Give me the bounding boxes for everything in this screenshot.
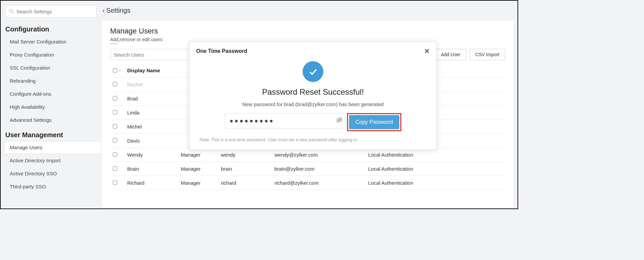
cell-display: Richard [125,176,178,190]
sidebar-item-rebranding[interactable]: Rebranding [1,74,101,87]
password-masked: ●●●●●●●●● [230,117,274,124]
cell-email: brain@zylker.com [272,162,366,176]
row-checkbox[interactable] [113,166,117,171]
success-check-icon [303,61,323,82]
page-title: Manage Users [110,27,505,35]
table-row[interactable]: RichardManagerrichardrichard@zylker.comL… [110,176,505,190]
select-all-checkbox[interactable] [113,68,117,73]
chevron-down-icon[interactable] [118,69,122,73]
sidebar-item-ssl[interactable]: SSL Configuration [1,61,101,74]
sidebar: Configuration Mail Server Configuration … [1,1,101,208]
cell-username: richard [218,176,272,190]
cell-display: Brad [125,92,178,106]
breadcrumb[interactable]: ‹ Settings [101,1,514,20]
table-row[interactable]: BrainManagerbrainbrain@zylker.comLocal A… [110,162,505,176]
col-display-name[interactable]: Display Name [125,64,178,78]
cell-display: Brain [125,162,178,176]
sidebar-item-third-party-sso[interactable]: Third-party SSO [1,180,101,193]
sidebar-item-advanced[interactable]: Advanced Settings [1,113,101,126]
password-field: ●●●●●●●●● [225,113,346,128]
breadcrumb-label: Settings [106,7,130,14]
cell-username: brain [218,162,272,176]
modal-title: One Time Password [196,48,247,54]
cell-display: Michel [125,120,178,134]
close-icon[interactable]: ✕ [424,47,430,55]
modal-message: New password for brad (brad@zylker.com) … [199,101,426,107]
cell-email: richard@zylker.com [272,176,366,190]
modal-heading: Password Reset Successful! [199,87,426,97]
sidebar-item-ad-sso[interactable]: Active Directory SSO [1,167,101,180]
sidebar-item-proxy[interactable]: Proxy Configuration [1,48,101,61]
sidebar-item-mail-server[interactable]: Mail Server Configuration [1,35,101,48]
chevron-left-icon: ‹ [102,7,105,14]
svg-line-1 [12,12,13,13]
sidebar-section-configuration: Configuration [1,21,101,35]
cell-role: Manager [178,176,218,190]
sidebar-item-manage-users[interactable]: Manage Users [4,141,101,154]
row-checkbox[interactable] [113,152,117,157]
settings-search-box[interactable] [5,5,96,17]
copy-password-button[interactable]: Copy Password [349,115,399,129]
settings-search-input[interactable] [16,9,93,14]
sidebar-item-ad-import[interactable]: Active Directory Import [1,154,101,167]
svg-point-0 [10,9,13,12]
cell-display: Wendy [125,148,178,162]
row-checkbox[interactable] [113,124,117,128]
modal-note: Note: This is a one-time password. User … [199,137,426,142]
search-icon [9,9,14,14]
cell-display: Rachel [125,78,178,92]
copy-password-highlight: Copy Password [347,113,401,131]
eye-off-icon[interactable] [336,117,343,125]
cell-role: Manager [178,162,218,176]
sidebar-section-user-management: User Management [1,126,101,141]
add-user-button[interactable]: Add User [435,49,466,60]
cell-display: Davis [125,134,178,148]
sidebar-item-ha[interactable]: High Availability [1,100,101,113]
row-checkbox[interactable] [113,82,117,86]
row-checkbox[interactable] [113,96,117,100]
row-checkbox[interactable] [113,110,117,114]
csv-import-button[interactable]: CSV Import [470,49,505,60]
otp-modal: One Time Password ✕ Password Reset Succe… [189,41,437,150]
row-checkbox[interactable] [113,138,117,143]
cell-display: Linda [125,106,178,120]
cell-auth: Local Authentication [366,162,505,176]
cell-auth: Local Authentication [366,176,505,190]
subtitle-underline [110,44,117,44]
row-checkbox[interactable] [113,180,117,185]
sidebar-item-addons[interactable]: Configure Add-ons [1,87,101,100]
